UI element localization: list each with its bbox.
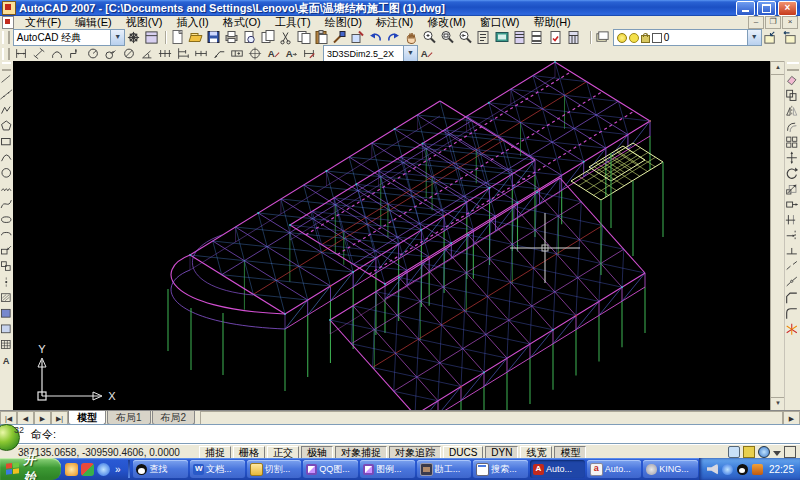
restore-button[interactable] (757, 1, 776, 16)
layer-combo[interactable]: 0 ▼ (613, 29, 762, 46)
fillet-icon[interactable] (787, 309, 797, 319)
linear-dimension-icon[interactable] (17, 49, 26, 58)
tab-layout2[interactable]: 布局2 (152, 411, 196, 425)
baseline-dimension-icon[interactable] (179, 48, 189, 59)
region-icon[interactable] (2, 325, 11, 333)
zoom-window-icon[interactable] (442, 32, 453, 43)
launch-a-icon[interactable] (65, 463, 78, 476)
clean-screen-icon[interactable] (784, 446, 796, 458)
array-icon[interactable] (787, 137, 797, 147)
quick-dimension-icon[interactable] (159, 50, 171, 57)
undo-icon[interactable] (370, 34, 380, 41)
dimension-text-edit-icon[interactable]: A (286, 48, 296, 59)
palette-settings-icon[interactable] (146, 32, 157, 43)
security-icon[interactable] (752, 464, 763, 475)
menu-modify[interactable]: 修改(M) (420, 16, 473, 29)
scale-icon[interactable] (787, 185, 796, 194)
menu-file[interactable]: 文件(F) (18, 16, 68, 29)
copy-icon[interactable] (298, 32, 310, 44)
taskbar-task[interactable]: KING... (643, 460, 698, 478)
close-button[interactable]: × (778, 1, 797, 16)
layer-on-icon[interactable] (617, 33, 627, 43)
ellipse-icon[interactable] (2, 217, 11, 223)
menu-dimension[interactable]: 标注(N) (369, 16, 420, 29)
move-icon[interactable] (787, 151, 797, 164)
toggle-snap[interactable]: 捕捉 (199, 446, 231, 459)
tool-palettes-icon[interactable] (515, 32, 524, 44)
cut-icon[interactable] (281, 33, 290, 44)
status-menu-arrow-icon[interactable] (773, 451, 781, 456)
radius-dimension-icon[interactable] (89, 49, 98, 58)
menu-window[interactable]: 窗口(W) (473, 16, 527, 29)
doc-minimize-button[interactable]: – (748, 16, 764, 29)
menu-insert[interactable]: 插入(I) (169, 16, 215, 29)
zoom-previous-icon[interactable] (460, 32, 471, 43)
ie-quicklaunch-icon[interactable] (97, 463, 110, 476)
toolbar-grip[interactable] (2, 31, 10, 45)
dimension-edit-icon[interactable]: A (268, 48, 279, 59)
command-line[interactable]: 命令: (0, 424, 800, 444)
layer-lock-icon[interactable] (641, 35, 650, 43)
minimize-button[interactable] (736, 1, 755, 16)
communication-center-icon[interactable] (758, 446, 770, 458)
toggle-model[interactable]: 模型 (554, 446, 586, 459)
chamfer-icon[interactable] (787, 293, 797, 303)
break-at-point-icon[interactable] (787, 248, 797, 254)
taskbar-task-active[interactable]: Auto... (530, 460, 585, 478)
tab-layout1[interactable]: 布局1 (107, 411, 151, 425)
toolbar-lock-icon[interactable] (743, 446, 755, 458)
table-icon[interactable] (2, 341, 11, 349)
multiline-text-icon[interactable]: A (3, 356, 10, 366)
sheet-set-icon[interactable] (532, 32, 541, 44)
open-file-icon[interactable] (189, 34, 202, 42)
properties-icon[interactable] (478, 32, 488, 44)
chevron-down-icon[interactable]: ▼ (747, 30, 761, 45)
vertical-scrollbar[interactable]: ▲ ▼ (770, 61, 784, 410)
new-file-icon[interactable] (173, 31, 182, 44)
extend-icon[interactable] (787, 231, 795, 240)
plot-icon[interactable] (226, 32, 237, 43)
tab-next-icon[interactable]: ▶ (34, 411, 51, 425)
qq-icon[interactable] (737, 464, 748, 475)
diameter-dimension-icon[interactable] (125, 49, 134, 58)
layer-previous-icon[interactable] (784, 31, 795, 43)
associated-standards-icon[interactable] (728, 446, 740, 458)
scroll-right-icon[interactable]: ▶ (783, 411, 800, 425)
start-button[interactable]: 开始 (0, 458, 61, 480)
toggle-grid[interactable]: 栅格 (233, 446, 265, 459)
center-mark-icon[interactable] (249, 47, 261, 59)
volume-icon[interactable] (707, 464, 718, 475)
dimension-edit-icon[interactable]: A (421, 48, 432, 59)
layer-freeze-icon[interactable] (629, 33, 639, 43)
toggle-polar[interactable]: 极轴 (301, 446, 333, 459)
polygon-icon[interactable] (2, 121, 11, 130)
make-object-layer-icon[interactable] (765, 32, 774, 43)
paste-icon[interactable] (316, 31, 327, 44)
aligned-dimension-icon[interactable] (34, 48, 45, 59)
erase-icon[interactable] (788, 76, 796, 84)
insert-block-icon[interactable] (2, 246, 11, 254)
taskbar-task[interactable]: 查找 (133, 460, 188, 478)
save-icon[interactable] (208, 32, 219, 43)
dimension-update-icon[interactable] (305, 50, 315, 58)
doc-close-button[interactable]: × (782, 16, 798, 29)
publish-icon[interactable] (262, 31, 274, 43)
polyline-icon[interactable] (2, 107, 11, 114)
arc-icon[interactable] (2, 155, 11, 161)
tolerance-icon[interactable] (232, 51, 243, 56)
ordinate-dimension-icon[interactable] (71, 49, 77, 58)
ellipse-arc-icon[interactable] (2, 232, 11, 235)
rectangle-icon[interactable] (2, 139, 11, 145)
toggle-osnap[interactable]: 对象捕捉 (335, 446, 387, 459)
zoom-realtime-icon[interactable] (424, 32, 435, 43)
mirror-icon[interactable] (787, 106, 797, 116)
redo-icon[interactable] (388, 34, 398, 41)
design-center-icon[interactable] (496, 33, 508, 42)
toggle-ortho[interactable]: 正交 (267, 446, 299, 459)
menu-view[interactable]: 视图(V) (119, 16, 170, 29)
markup-icon[interactable] (551, 32, 560, 44)
offset-icon[interactable] (788, 123, 797, 132)
toggle-lwt[interactable]: 线宽 (520, 446, 552, 459)
doc-restore-button[interactable]: ❐ (765, 16, 781, 29)
continue-dimension-icon[interactable] (196, 51, 207, 56)
